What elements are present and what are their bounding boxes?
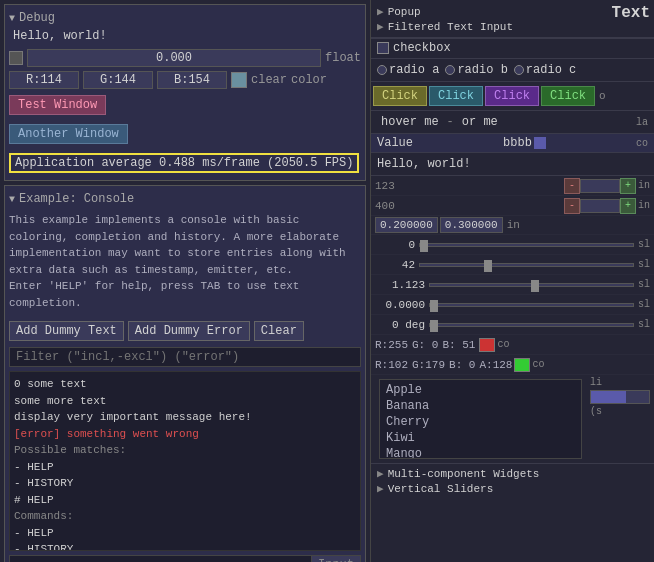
debug-triangle-icon: ▼ xyxy=(9,13,15,24)
slider-track-3[interactable] xyxy=(429,283,634,287)
test-window-button[interactable]: Test Window xyxy=(9,95,106,115)
color-row-2: R:102 G:179 B: 0 A:128 co xyxy=(371,355,654,375)
slider-thumb-4[interactable] xyxy=(430,300,438,312)
slider-thumb-2[interactable] xyxy=(484,260,492,272)
red-color-swatch[interactable] xyxy=(479,338,495,352)
console-input[interactable] xyxy=(10,556,311,562)
radio-row: radio a radio b radio c xyxy=(371,59,654,82)
slider-track-1[interactable] xyxy=(419,243,634,247)
slider-thumb-deg[interactable] xyxy=(430,320,438,332)
slider-row-3: 1.123 sl xyxy=(371,275,654,295)
filtered-menu-item[interactable]: ▶ Filtered Text Input xyxy=(377,19,648,34)
radio-label-b: radio b xyxy=(457,63,507,77)
minus-button-1[interactable]: - xyxy=(564,178,580,194)
slider-track-deg[interactable] xyxy=(429,323,634,327)
list-item-kiwi[interactable]: Kiwi xyxy=(382,430,579,446)
slider-track-4[interactable] xyxy=(429,303,634,307)
list-item-cherry[interactable]: Cherry xyxy=(382,414,579,430)
another-window-button[interactable]: Another Window xyxy=(9,124,128,144)
popup-menu-item[interactable]: ▶ Popup xyxy=(377,4,648,19)
radio-circle-c xyxy=(514,65,524,75)
sl-label-1: sl xyxy=(638,239,650,250)
val-cell-2[interactable]: 0.300000 xyxy=(440,217,503,233)
g-0-label: G: 0 xyxy=(412,339,438,351)
radio-option-a[interactable]: radio a xyxy=(377,63,439,77)
list-item-banana[interactable]: Banana xyxy=(382,398,579,414)
log-match-line: Possible matches: xyxy=(14,442,356,459)
slider-thumb-1[interactable] xyxy=(420,240,428,252)
value-scroll-icon[interactable] xyxy=(534,137,546,149)
fruit-listbox[interactable]: Apple Banana Cherry Kiwi Mango xyxy=(379,379,582,459)
hello-world-right: Hello, world! xyxy=(371,153,654,176)
or-me-text[interactable]: or me xyxy=(458,113,502,131)
slider-val-2: 42 xyxy=(375,259,415,271)
hover-me-text[interactable]: hover me xyxy=(377,113,443,131)
b-field[interactable]: B:154 xyxy=(157,71,227,89)
val-cell-1[interactable]: 0.200000 xyxy=(375,217,438,233)
console-description: This example implements a console with b… xyxy=(9,208,361,315)
slider-row-deg: 0 deg sl xyxy=(371,315,654,335)
multi-component-item[interactable]: ▶ Multi-component Widgets xyxy=(377,466,648,481)
console-header[interactable]: ▼ Example: Console xyxy=(9,190,361,208)
slider-row-2: 42 sl xyxy=(371,255,654,275)
slider-val-4: 0.0000 xyxy=(375,299,425,311)
scroll-right-icon: la xyxy=(636,117,648,128)
value-label: Value xyxy=(377,136,413,150)
plus-button-1[interactable]: + xyxy=(620,178,636,194)
listbox-area: Apple Banana Cherry Kiwi Mango li (s xyxy=(375,377,650,461)
stepper-row-1: 123 - + in xyxy=(371,176,654,196)
progress-bar xyxy=(590,390,650,404)
radio-option-b[interactable]: radio b xyxy=(445,63,507,77)
log-cmd-line: # HELP xyxy=(14,492,356,509)
list-item-mango[interactable]: Mango xyxy=(382,446,579,459)
g-179-label: G:179 xyxy=(412,359,445,371)
log-match-line: Commands: xyxy=(14,508,356,525)
plus-button-2[interactable]: + xyxy=(620,198,636,214)
hover-text-row: hover me - or me la xyxy=(371,111,654,134)
checkbox-row: checkbox xyxy=(371,38,654,59)
add-dummy-text-button[interactable]: Add Dummy Text xyxy=(9,321,124,341)
debug-header[interactable]: ▼ Debug xyxy=(9,9,361,27)
radio-label-a: radio a xyxy=(389,63,439,77)
add-dummy-error-button[interactable]: Add Dummy Error xyxy=(128,321,250,341)
click-button-4[interactable]: Click xyxy=(541,86,595,106)
click-button-1[interactable]: Click xyxy=(373,86,427,106)
g-field[interactable]: G:144 xyxy=(83,71,153,89)
sl-label-2: sl xyxy=(638,259,650,270)
vertical-sliders-label: Vertical Sliders xyxy=(388,483,494,495)
vertical-sliders-arrow-icon: ▶ xyxy=(377,482,384,495)
multi-component-label: Multi-component Widgets xyxy=(388,468,540,480)
r-255-label: R:255 xyxy=(375,339,408,351)
slider-val-deg: 0 deg xyxy=(375,319,425,331)
debug-title: Debug xyxy=(19,11,55,25)
clear-button[interactable]: Clear xyxy=(254,321,304,341)
checkbox-icon[interactable] xyxy=(377,42,389,54)
radio-circle-a xyxy=(377,65,387,75)
filter-input[interactable] xyxy=(9,347,361,367)
slider-row-4: 0.0000 sl xyxy=(371,295,654,315)
in-label-2: in xyxy=(638,200,650,211)
float-input[interactable] xyxy=(27,49,321,67)
green-color-swatch[interactable] xyxy=(514,358,530,372)
co-label-2: co xyxy=(532,359,544,370)
radio-option-c[interactable]: radio c xyxy=(514,63,576,77)
vertical-sliders-item[interactable]: ▶ Vertical Sliders xyxy=(377,481,648,496)
console-button-row: Add Dummy Text Add Dummy Error Clear xyxy=(9,321,361,341)
slider-track-2[interactable] xyxy=(419,263,634,267)
minus-button-2[interactable]: - xyxy=(564,198,580,214)
color-label: color xyxy=(291,73,327,87)
radio-label-c: radio c xyxy=(526,63,576,77)
stepper-row-2: 400 - + in xyxy=(371,196,654,216)
filtered-arrow-icon: ▶ xyxy=(377,20,384,33)
multi-component-arrow-icon: ▶ xyxy=(377,467,384,480)
list-item-apple[interactable]: Apple xyxy=(382,382,579,398)
click-button-2[interactable]: Click xyxy=(429,86,483,106)
stepper-input-2[interactable] xyxy=(580,199,620,213)
overflow-indicator: o xyxy=(597,90,608,102)
stepper-input-1[interactable] xyxy=(580,179,620,193)
r-102-label: R:102 xyxy=(375,359,408,371)
click-button-3[interactable]: Click xyxy=(485,86,539,106)
slider-thumb-3[interactable] xyxy=(531,280,539,292)
r-field[interactable]: R:114 xyxy=(9,71,79,89)
float-row: float xyxy=(9,49,361,67)
